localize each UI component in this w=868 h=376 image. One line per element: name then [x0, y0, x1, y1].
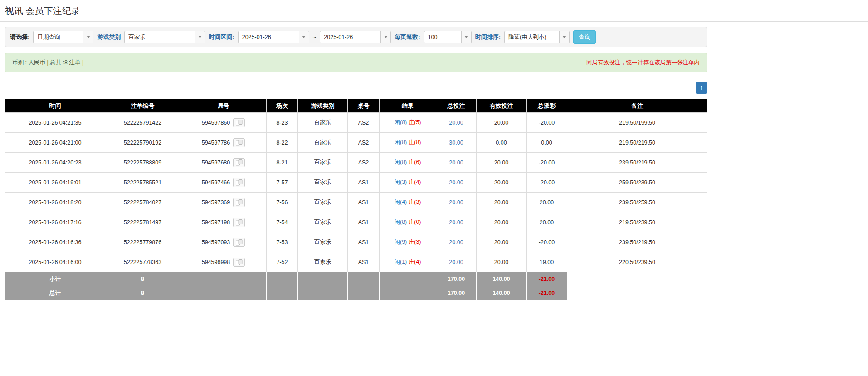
column-header: 时间 [5, 99, 105, 113]
summary-cell: 8 [105, 286, 180, 300]
game-record-icon[interactable] [233, 258, 245, 267]
chevron-down-icon[interactable] [299, 31, 309, 43]
cell-bet-id: 522225785521 [105, 173, 180, 193]
summary-cell [298, 272, 348, 286]
result-banker: 庄(8) [409, 139, 421, 145]
cell-result: 闲(8) 庄(8) [380, 133, 436, 153]
total-bet-link[interactable]: 30.00 [449, 140, 463, 146]
cell-total-bet: 30.00 [436, 133, 477, 153]
cell-total-bet: 20.00 [436, 113, 477, 133]
total-bet-link[interactable]: 20.00 [449, 239, 463, 246]
total-bet-link[interactable]: 20.00 [449, 159, 463, 166]
query-type-select[interactable]: 日期查询 [33, 31, 93, 43]
page-size-label: 每页笔数: [395, 33, 420, 41]
cell-total-bet: 20.00 [436, 252, 477, 272]
cell-payout: 19.00 [527, 252, 567, 272]
summary-cell [380, 286, 436, 300]
cell-session: 8-21 [267, 153, 298, 173]
game-type-select[interactable]: 百家乐 [124, 31, 205, 43]
column-header: 备注 [567, 99, 707, 113]
cell-time: 2025-01-26 04:19:01 [5, 173, 105, 193]
cell-time: 2025-01-26 04:16:00 [5, 252, 105, 272]
chevron-down-icon[interactable] [195, 31, 205, 43]
result-player: 闲(8) [394, 159, 407, 165]
cell-result: 闲(3) 庄(4) [380, 173, 436, 193]
game-record-icon[interactable] [233, 158, 245, 167]
game-record-icon[interactable] [233, 198, 245, 207]
sort-select[interactable]: 降冪(由大到小) [504, 31, 570, 43]
game-record-icon[interactable] [233, 138, 245, 147]
column-header: 桌号 [348, 99, 380, 113]
summary-cell: 170.00 [436, 286, 477, 300]
summary-cell [348, 272, 380, 286]
summary-cell [267, 286, 298, 300]
cell-remark: 219.50/199.50 [567, 113, 707, 133]
total-bet-link[interactable]: 20.00 [449, 179, 463, 186]
game-record-icon[interactable] [233, 238, 245, 247]
chevron-down-icon[interactable] [461, 31, 471, 43]
summary-cell: -21.00 [527, 272, 567, 286]
cell-result: 闲(1) 庄(4) [380, 252, 436, 272]
result-player: 闲(1) [394, 259, 407, 265]
column-header: 局号 [180, 99, 267, 113]
page-size-select[interactable]: 100 [424, 31, 472, 43]
game-record-icon[interactable] [233, 178, 245, 187]
chevron-down-icon[interactable] [559, 31, 569, 43]
cell-result: 闲(9) 庄(3) [380, 232, 436, 252]
chevron-down-icon[interactable] [380, 31, 390, 43]
cell-bet-id: 522225784027 [105, 193, 180, 212]
round-id-value: 594597860 [202, 120, 230, 126]
cell-time: 2025-01-26 04:17:16 [5, 212, 105, 232]
cell-remark: 239.50/259.50 [567, 193, 707, 212]
search-button[interactable]: 查询 [573, 30, 596, 44]
game-record-icon[interactable] [233, 118, 245, 127]
round-id-value: 594597369 [202, 199, 230, 206]
result-banker: 庄(3) [409, 239, 421, 245]
column-header: 结果 [380, 99, 436, 113]
chevron-down-icon[interactable] [83, 31, 93, 43]
result-banker: 庄(3) [409, 199, 421, 205]
date-from-select[interactable]: 2025-01-26 [238, 31, 309, 43]
cell-total-bet: 20.00 [436, 153, 477, 173]
cell-round-id: 594597466 [180, 173, 267, 193]
cell-payout: 20.00 [527, 193, 567, 212]
summary-cell: 170.00 [436, 272, 477, 286]
result-banker: 庄(6) [409, 159, 421, 165]
table-row: 2025-01-26 04:21:00522225790192594597786… [5, 133, 707, 153]
total-bet-link[interactable]: 20.00 [449, 219, 463, 226]
table-row: 2025-01-26 04:21:35522225791422594597860… [5, 113, 707, 133]
game-type-value: 百家乐 [125, 31, 195, 43]
table-row: 2025-01-26 04:16:36522225779876594597093… [5, 232, 707, 252]
date-from-value: 2025-01-26 [239, 31, 299, 43]
cell-bet-id: 522225781497 [105, 212, 180, 232]
date-to-select[interactable]: 2025-01-26 [320, 31, 391, 43]
total-bet-link[interactable]: 20.00 [449, 199, 463, 206]
cell-remark: 239.50/219.50 [567, 153, 707, 173]
summary-cell: 140.00 [477, 286, 527, 300]
cell-table-no: AS1 [348, 212, 380, 232]
cell-total-bet: 20.00 [436, 232, 477, 252]
cell-round-id: 594597786 [180, 133, 267, 153]
table-row: 2025-01-26 04:16:00522225778363594596998… [5, 252, 707, 272]
summary-bar: 币别 : 人民币 | 总共 :8 注单 | 同局有效投注，统一计算在该局第一张注… [5, 53, 707, 72]
cell-payout: -20.00 [527, 173, 567, 193]
total-bet-link[interactable]: 20.00 [449, 259, 463, 265]
cell-valid-bet: 20.00 [477, 173, 527, 193]
date-to-value: 2025-01-26 [320, 31, 380, 43]
cell-bet-id: 522225790192 [105, 133, 180, 153]
summary-cell [298, 286, 348, 300]
summary-text: 币别 : 人民币 | 总共 :8 注单 | [12, 59, 83, 67]
total-bet-link[interactable]: 20.00 [449, 120, 463, 126]
page-button-1[interactable]: 1 [696, 82, 707, 94]
game-record-icon[interactable] [233, 218, 245, 227]
cell-bet-id: 522225778363 [105, 252, 180, 272]
column-header: 总投注 [436, 99, 477, 113]
cell-valid-bet: 20.00 [477, 113, 527, 133]
cell-remark: 239.50/219.50 [567, 232, 707, 252]
cell-session: 7-54 [267, 212, 298, 232]
date-range-label: 时间区间: [209, 33, 234, 41]
page-title: 视讯 会员下注纪录 [5, 5, 868, 17]
cell-game-type: 百家乐 [298, 153, 348, 173]
cell-table-no: AS1 [348, 232, 380, 252]
query-type-label: 请选择: [10, 33, 29, 41]
